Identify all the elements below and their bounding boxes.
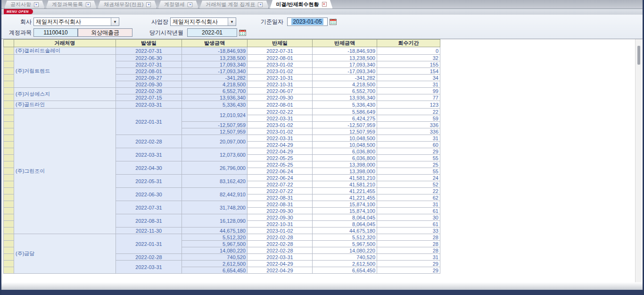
row-selector[interactable] [4,81,14,88]
occurrence-amount-cell[interactable]: 26,796,000 [182,161,248,175]
settlement-date-cell[interactable]: 2022-02-22 [248,109,313,115]
collection-days-cell[interactable]: 24 [377,175,440,181]
occurrence-amount-cell[interactable]: 16,128,090 [182,214,248,228]
occurrence-amount-cell[interactable]: 2,612,500 [182,261,248,267]
row-selector[interactable] [4,128,14,135]
account-name-field[interactable]: 외상매출금 [78,28,132,37]
settlement-date-cell[interactable]: 2022-06-24 [248,168,313,175]
settlement-amount-cell[interactable]: 10,048,500 [313,135,377,142]
collection-days-cell[interactable]: 29 [377,148,440,155]
occurrence-date-cell[interactable]: 2022-03-31 [116,261,182,274]
collection-days-cell[interactable]: 62 [377,194,440,201]
occurrence-date-cell[interactable]: 2022-06-30 [116,55,182,61]
settlement-amount-cell[interactable]: 6,036,800 [313,148,377,155]
settlement-amount-cell[interactable]: -18,846,939 [313,47,377,55]
row-selector[interactable] [4,68,14,75]
settlement-date-cell[interactable]: 2022-09-30 [248,208,313,214]
collection-days-cell[interactable]: 61 [377,208,440,214]
occurrence-date-cell[interactable]: 2022-03-31 [116,101,182,109]
collection-days-cell[interactable]: 60 [377,142,440,148]
occurrence-amount-cell[interactable]: 6,552,700 [182,88,248,94]
collection-days-cell[interactable]: 336 [377,128,440,135]
settlement-amount-cell[interactable]: 5,336,430 [313,101,377,109]
occurrence-amount-cell[interactable]: 740,520 [182,254,248,261]
row-selector[interactable] [4,142,14,148]
occurrence-amount-cell[interactable]: 13,936,340 [182,94,248,101]
settlement-amount-cell[interactable]: 15,874,100 [313,208,377,214]
occurrence-date-cell[interactable]: 2022-05-31 [116,175,182,188]
collection-days-cell[interactable]: 59 [377,115,440,122]
row-selector[interactable] [4,228,14,234]
row-selector[interactable] [4,61,14,68]
row-selector[interactable] [4,214,14,221]
settlement-date-cell[interactable]: 2022-04-29 [248,142,313,148]
occurrence-amount-cell[interactable]: 12,073,600 [182,148,248,161]
settlement-date-cell[interactable]: 2022-02-28 [248,241,313,247]
row-selector[interactable] [4,115,14,122]
occurrence-amount-cell[interactable]: -341,282 [182,75,248,81]
settlement-amount-cell[interactable]: 4,218,500 [313,81,377,88]
close-icon[interactable]: ✕ [258,2,263,7]
collection-days-cell[interactable]: 28 [377,234,440,241]
tab-item[interactable]: 계정명세✕ [158,0,198,8]
settlement-date-cell[interactable]: 2022-08-31 [248,201,313,208]
row-selector[interactable] [4,221,14,228]
calendar-icon[interactable] [330,18,337,25]
menu-open-button[interactable]: MENU OPEN [4,9,33,14]
close-icon[interactable]: ✕ [86,2,91,7]
collection-days-cell[interactable]: 155 [377,61,440,68]
occurrence-amount-cell[interactable]: 82,442,910 [182,188,248,201]
settlement-date-cell[interactable]: 2022-10-31 [248,221,313,228]
tab-item[interactable]: 공지사항✕ [4,0,45,8]
column-header[interactable]: 반제일 [248,40,313,47]
company-select[interactable]: 제일저지주식회사 ▼ [33,17,119,26]
occurrence-date-cell[interactable]: 2022-02-28 [116,88,182,94]
column-header[interactable]: 발생금액 [182,40,248,47]
collection-days-cell[interactable]: 31 [377,81,440,88]
collection-days-cell[interactable]: 28 [377,241,440,247]
settlement-date-cell[interactable]: 2023-01-02 [248,128,313,135]
settlement-date-cell[interactable]: 2022-08-31 [248,194,313,201]
chevron-down-icon[interactable]: ▼ [111,18,119,25]
settlement-amount-cell[interactable]: 5,512,320 [313,234,377,241]
settlement-date-cell[interactable]: 2022-07-22 [248,188,313,194]
customer-name-cell[interactable]: (주)거림트렌드 [14,55,116,88]
occurrence-amount-cell[interactable]: 13,238,500 [182,55,248,61]
occurrence-amount-cell[interactable]: 12,507,959 [182,128,248,135]
occurrence-amount-cell[interactable]: -18,846,939 [182,47,248,55]
occurrence-date-cell[interactable]: 2022-01-31 [116,234,182,254]
row-selector[interactable] [4,181,14,188]
settlement-amount-cell[interactable]: 13,398,000 [313,161,377,168]
base-date-input[interactable]: 2023-01-05 [287,17,328,26]
vertical-scrollbar-thumb[interactable] [637,46,640,65]
column-header[interactable]: 거래처명 [14,40,116,47]
settlement-date-cell[interactable]: 2022-06-24 [248,175,313,181]
settlement-amount-cell[interactable]: 44,675,180 [313,228,377,234]
settlement-amount-cell[interactable]: 6,424,275 [313,115,377,122]
occurrence-date-cell[interactable]: 2022-08-01 [116,68,182,75]
row-selector[interactable] [4,194,14,201]
row-selector[interactable] [4,109,14,115]
row-selector[interactable] [4,201,14,208]
settlement-amount-cell[interactable]: 8,064,045 [313,221,377,228]
collection-days-cell[interactable]: 28 [377,247,440,254]
customer-name-cell[interactable]: (주)거성에스지 [14,88,116,101]
collection-days-cell[interactable]: 31 [377,201,440,208]
site-select[interactable]: 제일저지주식회사 ▼ [170,17,236,26]
settlement-date-cell[interactable]: 2022-04-29 [248,148,313,155]
occurrence-date-cell[interactable]: 2022-09-30 [116,81,182,88]
row-selector[interactable] [4,55,14,61]
calendar-icon[interactable] [239,29,246,36]
row-selector[interactable] [4,155,14,161]
customer-name-cell[interactable]: (주)그린조이 [14,109,116,234]
occurrence-amount-cell[interactable]: 31,748,200 [182,201,248,214]
occurrence-date-cell[interactable]: 2022-03-31 [116,148,182,161]
collection-days-cell[interactable]: 31 [377,135,440,142]
occurrence-amount-cell[interactable]: 14,080,220 [182,247,248,254]
customer-name-cell[interactable]: (주)갤러리드솔레이 [14,47,116,55]
row-selector[interactable] [4,161,14,168]
settlement-amount-cell[interactable]: 10,048,500 [313,142,377,148]
customer-name-cell[interactable]: (주)금담 [14,234,116,274]
close-icon[interactable]: ✕ [322,2,327,7]
horizontal-scrollbar[interactable] [1,282,643,290]
